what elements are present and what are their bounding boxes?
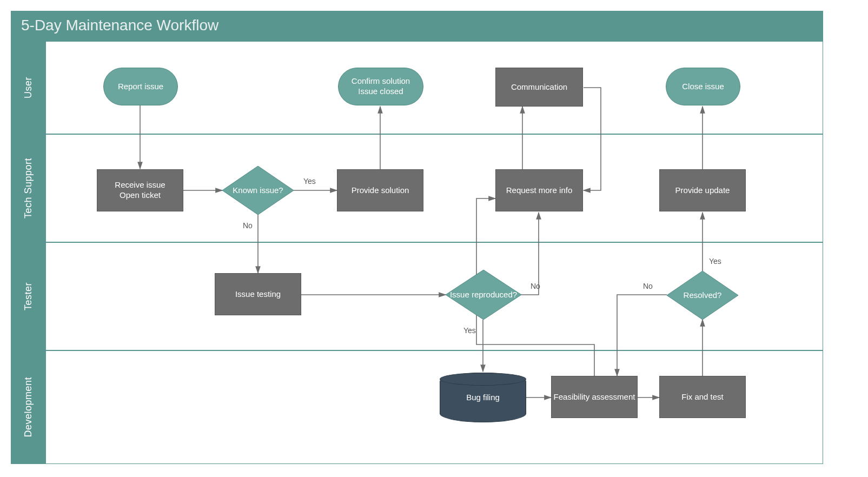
node-bug-filing: Bug filing: [440, 373, 526, 422]
lane-label-user: User: [11, 42, 46, 134]
node-communication: Communication: [495, 68, 583, 107]
node-receive-issue: Receive issue Open ticket: [97, 169, 183, 211]
lane-label-dev: Development: [11, 351, 46, 463]
lane-label-tech: Tech Support: [11, 135, 46, 242]
node-provide-update: Provide update: [659, 169, 746, 211]
node-feasibility: Feasibility assessment: [551, 376, 638, 418]
diagram-title: 5-Day Maintenance Workflow: [11, 11, 823, 42]
node-confirm-solution: Confirm solution Issue closed: [338, 68, 423, 105]
node-resolved: Resolved?: [667, 271, 738, 320]
edge-label-reproduced-no: No: [531, 282, 540, 290]
node-report-issue: Report issue: [103, 68, 178, 105]
node-issue-testing: Issue testing: [215, 273, 301, 315]
lane-label-tester: Tester: [11, 243, 46, 350]
edge-label-known-yes: Yes: [303, 177, 316, 186]
node-fix-test: Fix and test: [659, 376, 746, 418]
node-request-more-info: Request more info: [495, 169, 583, 211]
edge-label-reproduced-yes: Yes: [463, 326, 476, 335]
swimlane-diagram: 5-Day Maintenance Workflow User Tech Sup…: [11, 11, 823, 464]
edge-label-known-no: No: [243, 221, 253, 230]
node-close-issue: Close issue: [666, 68, 740, 105]
node-provide-solution: Provide solution: [337, 169, 423, 211]
edge-label-resolved-yes: Yes: [709, 257, 721, 266]
edge-label-resolved-no: No: [643, 282, 653, 290]
lanes-container: User Tech Support Tester Development: [11, 42, 823, 463]
node-issue-reproduced: Issue reproduced?: [446, 270, 521, 320]
node-known-issue: Known issue?: [222, 166, 294, 215]
